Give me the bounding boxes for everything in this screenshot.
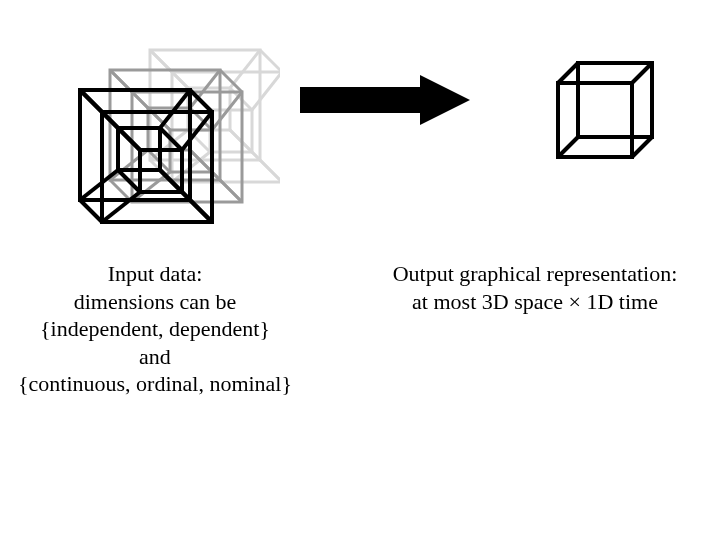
svg-line-15 [260, 160, 280, 182]
svg-marker-60 [300, 75, 470, 125]
input-caption: Input data: dimensions can be {independe… [0, 260, 310, 398]
output-caption-line2: at most 3D space × 1D time [370, 288, 700, 316]
svg-line-9 [252, 72, 280, 110]
output-caption-line1: Output graphical representation: [370, 260, 700, 288]
svg-line-64 [632, 63, 652, 83]
input-caption-line5: {continuous, ordinal, nominal} [0, 370, 310, 398]
cube-icon [550, 55, 660, 165]
svg-line-44 [80, 170, 118, 200]
input-caption-line2: dimensions can be [0, 288, 310, 316]
input-caption-line4: and [0, 343, 310, 371]
output-caption: Output graphical representation: at most… [370, 260, 700, 315]
svg-line-3 [230, 50, 260, 88]
svg-line-13 [260, 50, 280, 72]
svg-line-63 [558, 63, 578, 83]
svg-line-52 [80, 90, 102, 112]
svg-line-50 [102, 192, 140, 222]
input-caption-line3: {independent, dependent} [0, 315, 310, 343]
svg-line-24 [110, 150, 148, 180]
input-caption-line1: Input data: [0, 260, 310, 288]
svg-line-65 [558, 137, 578, 157]
svg-line-66 [632, 137, 652, 157]
arrow-icon [300, 75, 470, 125]
svg-line-56 [118, 128, 140, 150]
svg-line-54 [80, 200, 102, 222]
tesseract-cluster [60, 30, 280, 250]
diagram-stage: Input data: dimensions can be {independe… [0, 0, 720, 540]
